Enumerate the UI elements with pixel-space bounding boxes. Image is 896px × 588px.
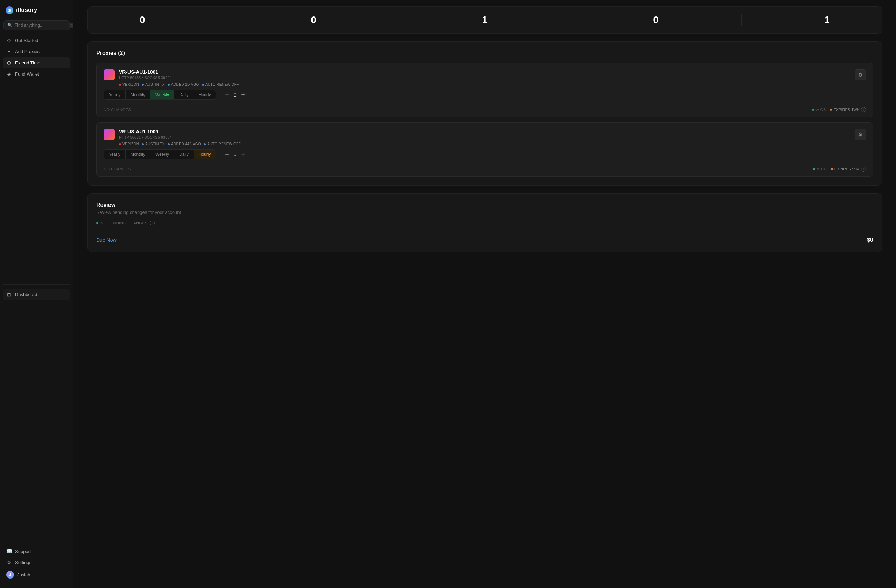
period-row-0: Yearly Monthly Weekly Daily Hourly − 0 +: [104, 90, 866, 100]
book-icon: 📖: [6, 548, 12, 554]
sidebar-item-support[interactable]: 📖 Support: [3, 546, 70, 556]
badge-added-0: ADDED 1D AGO: [168, 82, 199, 87]
proxy-name-1: VR-US-AU1-1009: [119, 129, 241, 134]
due-amount: $0: [867, 237, 873, 243]
qty-increase-0[interactable]: +: [238, 90, 247, 99]
badge-added-1: ADDED 44S AGO: [168, 142, 201, 146]
dot-icon: [831, 168, 833, 170]
due-now-label[interactable]: Due Now: [96, 237, 117, 243]
wallet-icon: ◈: [6, 71, 12, 77]
stat-value-1: 0: [311, 14, 316, 26]
tab-monthly-0[interactable]: Monthly: [126, 90, 151, 99]
logo-icon: ◑: [6, 6, 13, 14]
sidebar-dashboard-label: Dashboard: [15, 292, 37, 297]
proxy-info-1: VR-US-AU1-1009 HTTP 50671 • SOCKS5 63534…: [104, 129, 241, 146]
tab-yearly-0[interactable]: Yearly: [104, 90, 126, 99]
tab-daily-0[interactable]: Daily: [174, 90, 194, 99]
proxy-card-1: VR-US-AU1-1009 HTTP 50671 • SOCKS5 63534…: [96, 122, 873, 177]
stat-divider: [741, 14, 742, 26]
sidebar-item-get-started[interactable]: ⊙ Get Started: [3, 35, 70, 46]
tab-monthly-1[interactable]: Monthly: [126, 150, 151, 159]
no-changes-label-1: NO CHANGES: [104, 167, 131, 171]
tab-yearly-1[interactable]: Yearly: [104, 150, 126, 159]
review-status-label: NO PENDING CHANGES: [101, 221, 148, 225]
info-icon-1[interactable]: i: [861, 167, 866, 172]
qty-decrease-1[interactable]: −: [222, 150, 232, 159]
review-subtitle: Review pending changes for your account: [96, 210, 873, 215]
stat-value-4: 1: [824, 14, 830, 26]
review-section: Review Review pending changes for your a…: [87, 193, 882, 252]
badge-verizon-1: VERIZON: [119, 142, 139, 146]
tab-weekly-0[interactable]: Weekly: [151, 90, 174, 99]
avatar: J: [6, 571, 14, 579]
dot-icon: [142, 84, 144, 86]
proxy-icon-0: [104, 69, 115, 81]
sidebar-item-extend-time[interactable]: ◷ Extend Time: [3, 57, 70, 68]
tab-hourly-0[interactable]: Hourly: [194, 90, 216, 99]
proxies-section: Proxies (2) VR-US-AU1-1001 HTTP 50135 • …: [87, 41, 882, 186]
stat-divider: [399, 14, 399, 26]
tab-hourly-1[interactable]: Hourly: [194, 150, 216, 159]
sidebar-item-label: Support: [15, 549, 31, 554]
proxy-expires-0: EXPIRES 1WK i: [830, 107, 866, 112]
dot-icon: [119, 143, 121, 145]
review-info-icon[interactable]: i: [150, 221, 155, 225]
search-bar[interactable]: 🔍 ⌘K: [3, 20, 70, 30]
username: Josiah: [17, 572, 30, 577]
logo-text: illusory: [16, 7, 37, 14]
sidebar-item-label: Extend Time: [15, 60, 40, 66]
proxy-settings-button-1[interactable]: ⚙: [855, 129, 866, 140]
quantity-control-0: − 0 +: [222, 90, 247, 99]
proxy-icon-1: [104, 129, 115, 140]
proxy-ports-1: HTTP 50671 • SOCKS5 63534: [119, 135, 241, 139]
sidebar: ◑ illusory 🔍 ⌘K ⊙ Get Started + Add Prox…: [0, 0, 73, 588]
stat-item-4: 1: [824, 14, 830, 26]
dot-icon: [119, 84, 121, 86]
stat-value-2: 1: [482, 14, 488, 26]
stat-divider: [228, 14, 228, 26]
dot-icon: [813, 168, 815, 170]
sidebar-item-label: Settings: [15, 560, 32, 565]
sidebar-item-label: Add Proxies: [15, 49, 40, 54]
quantity-control-1: − 0 +: [222, 150, 247, 159]
proxy-footer-right-0: ∞ GB EXPIRES 1WK i: [812, 107, 866, 112]
plus-icon: +: [6, 49, 12, 54]
badge-location-0: AUSTIN TX: [142, 82, 165, 87]
sidebar-item-label: Fund Wallet: [15, 72, 39, 77]
stat-item-0: 0: [140, 14, 145, 26]
dot-icon: [202, 84, 204, 86]
proxy-expires-1: EXPIRES 59M i: [831, 167, 866, 172]
clock-icon: ◷: [6, 60, 12, 66]
badge-location-1: AUSTIN TX: [142, 142, 165, 146]
proxy-footer-right-1: ∞ GB EXPIRES 59M i: [813, 166, 866, 172]
sidebar-user[interactable]: J Josiah: [3, 568, 70, 581]
proxy-footer-1: NO CHANGES ∞ GB EXPIRES 59M i: [104, 163, 866, 172]
stat-item-3: 0: [653, 14, 659, 26]
sidebar-bottom: 📖 Support ⚙ Settings J Josiah: [0, 546, 73, 584]
info-icon-0[interactable]: i: [861, 107, 866, 112]
proxy-gb-1: ∞ GB: [813, 166, 827, 172]
search-input[interactable]: [15, 23, 67, 27]
period-tabs-1: Yearly Monthly Weekly Daily Hourly: [104, 149, 216, 159]
dot-icon: [812, 108, 814, 111]
sidebar-item-fund-wallet[interactable]: ◈ Fund Wallet: [3, 69, 70, 79]
qty-decrease-0[interactable]: −: [222, 90, 232, 99]
proxy-settings-button-0[interactable]: ⚙: [855, 69, 866, 81]
sidebar-item-dashboard[interactable]: ⊞ Dashboard: [3, 289, 70, 300]
stat-value-0: 0: [140, 14, 145, 26]
tab-daily-1[interactable]: Daily: [174, 150, 194, 159]
sidebar-item-add-proxies[interactable]: + Add Proxies: [3, 46, 70, 57]
no-changes-label-0: NO CHANGES: [104, 107, 131, 112]
period-row-1: Yearly Monthly Weekly Daily Hourly − 0 +: [104, 149, 866, 159]
sidebar-item-settings[interactable]: ⚙ Settings: [3, 557, 70, 568]
proxy-ports-0: HTTP 50135 • SOCKS5 39294: [119, 76, 239, 80]
qty-increase-1[interactable]: +: [238, 150, 247, 159]
stat-divider: [570, 14, 570, 26]
gear-icon: ⚙: [6, 560, 12, 565]
stat-item-1: 0: [311, 14, 316, 26]
qty-value-0: 0: [232, 92, 238, 97]
tab-weekly-1[interactable]: Weekly: [151, 150, 174, 159]
sidebar-divider: [3, 284, 70, 285]
app-logo: ◑ illusory: [0, 6, 73, 20]
badge-autorenew-0: AUTO RENEW OFF: [202, 82, 239, 87]
